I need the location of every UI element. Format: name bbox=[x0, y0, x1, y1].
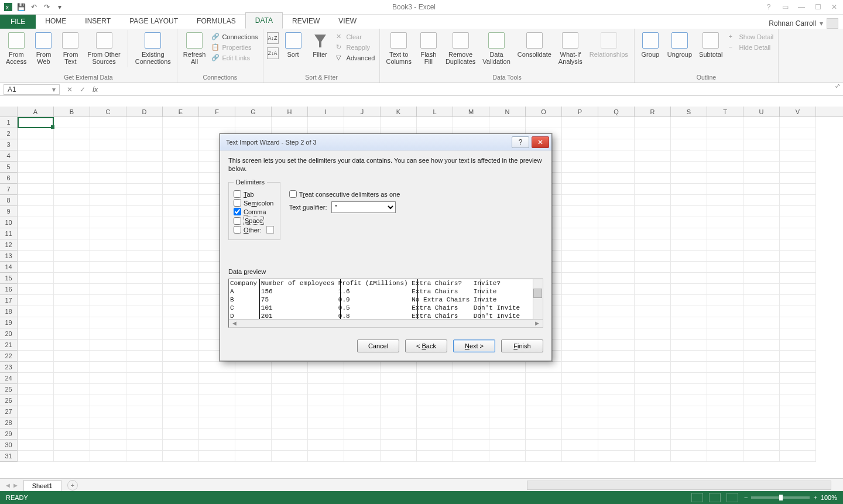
cell[interactable] bbox=[598, 306, 635, 317]
cell[interactable] bbox=[54, 373, 90, 384]
cell[interactable] bbox=[671, 195, 707, 206]
cell[interactable] bbox=[743, 239, 780, 251]
cell[interactable] bbox=[780, 395, 816, 406]
cell[interactable] bbox=[163, 317, 199, 328]
cell[interactable] bbox=[635, 373, 671, 384]
cell[interactable] bbox=[54, 251, 90, 262]
cell[interactable] bbox=[54, 340, 90, 351]
cell[interactable] bbox=[126, 239, 163, 251]
cell[interactable] bbox=[743, 195, 780, 206]
cell[interactable] bbox=[671, 128, 707, 139]
cell[interactable] bbox=[671, 340, 707, 351]
cell[interactable] bbox=[743, 317, 780, 328]
cell[interactable] bbox=[126, 340, 163, 351]
cell[interactable] bbox=[90, 295, 126, 306]
cell[interactable] bbox=[344, 406, 381, 417]
cell[interactable] bbox=[417, 417, 453, 428]
cell[interactable] bbox=[417, 440, 453, 451]
cell[interactable] bbox=[163, 295, 199, 306]
cell[interactable] bbox=[272, 395, 308, 406]
cell[interactable] bbox=[163, 306, 199, 317]
cell[interactable] bbox=[417, 373, 453, 384]
cell[interactable] bbox=[199, 428, 235, 440]
cell[interactable] bbox=[163, 139, 199, 150]
row-header[interactable]: 5 bbox=[0, 162, 18, 173]
cell[interactable] bbox=[18, 139, 54, 150]
cell[interactable] bbox=[453, 395, 489, 406]
column-header[interactable]: Q bbox=[598, 107, 635, 116]
cell[interactable] bbox=[562, 228, 598, 239]
cell[interactable] bbox=[126, 228, 163, 239]
cell[interactable] bbox=[780, 206, 816, 217]
cell[interactable] bbox=[381, 373, 417, 384]
cell[interactable] bbox=[235, 117, 272, 128]
cell[interactable] bbox=[707, 373, 743, 384]
cell[interactable] bbox=[90, 195, 126, 206]
cell[interactable] bbox=[126, 251, 163, 262]
cell[interactable] bbox=[417, 451, 453, 462]
cell[interactable] bbox=[90, 417, 126, 428]
row-header[interactable]: 7 bbox=[0, 184, 18, 195]
row-header[interactable]: 2 bbox=[0, 128, 18, 139]
cell[interactable] bbox=[126, 262, 163, 273]
cell[interactable] bbox=[743, 451, 780, 462]
row-header[interactable]: 25 bbox=[0, 384, 18, 395]
cell[interactable] bbox=[598, 295, 635, 306]
cell[interactable] bbox=[780, 139, 816, 150]
cell[interactable] bbox=[743, 406, 780, 417]
tab-review[interactable]: REVIEW bbox=[283, 13, 329, 29]
cell[interactable] bbox=[126, 217, 163, 228]
cell[interactable] bbox=[54, 440, 90, 451]
cell[interactable] bbox=[54, 395, 90, 406]
cell[interactable] bbox=[126, 195, 163, 206]
cell[interactable] bbox=[743, 162, 780, 173]
cell[interactable] bbox=[381, 417, 417, 428]
cell[interactable] bbox=[126, 351, 163, 362]
cell[interactable] bbox=[199, 451, 235, 462]
cell[interactable] bbox=[90, 150, 126, 162]
cell[interactable] bbox=[707, 117, 743, 128]
cell[interactable] bbox=[743, 150, 780, 162]
dialog-close-button[interactable]: ✕ bbox=[532, 136, 549, 148]
cell[interactable] bbox=[163, 228, 199, 239]
cell[interactable] bbox=[126, 295, 163, 306]
cell[interactable] bbox=[635, 173, 671, 184]
cell[interactable] bbox=[308, 117, 344, 128]
cell[interactable] bbox=[90, 328, 126, 340]
cell[interactable] bbox=[598, 162, 635, 173]
cell[interactable] bbox=[780, 362, 816, 373]
text-qualifier-select[interactable]: " bbox=[331, 201, 396, 213]
cell[interactable] bbox=[18, 184, 54, 195]
column-header[interactable]: A bbox=[18, 107, 54, 116]
cell[interactable] bbox=[707, 351, 743, 362]
row-header[interactable]: 1 bbox=[0, 117, 18, 128]
row-header[interactable]: 21 bbox=[0, 340, 18, 351]
help-icon[interactable]: ? bbox=[763, 3, 774, 11]
cell[interactable] bbox=[344, 117, 381, 128]
cell[interactable] bbox=[598, 150, 635, 162]
cell[interactable] bbox=[562, 362, 598, 373]
cell[interactable] bbox=[90, 451, 126, 462]
cell[interactable] bbox=[743, 173, 780, 184]
cell[interactable] bbox=[235, 384, 272, 395]
dialog-titlebar[interactable]: Text Import Wizard - Step 2 of 3 ? ✕ bbox=[220, 134, 551, 150]
cell[interactable] bbox=[671, 406, 707, 417]
cell[interactable] bbox=[235, 362, 272, 373]
finish-button[interactable]: Finish bbox=[501, 340, 543, 352]
cell[interactable] bbox=[54, 351, 90, 362]
cell[interactable] bbox=[126, 128, 163, 139]
cell[interactable] bbox=[780, 340, 816, 351]
cell[interactable] bbox=[235, 440, 272, 451]
view-pagebreak-icon[interactable] bbox=[727, 493, 738, 502]
cell[interactable] bbox=[126, 451, 163, 462]
cell[interactable] bbox=[54, 217, 90, 228]
row-header[interactable]: 6 bbox=[0, 173, 18, 184]
cell[interactable] bbox=[526, 428, 562, 440]
cell[interactable] bbox=[126, 317, 163, 328]
cell[interactable] bbox=[18, 239, 54, 251]
cell[interactable] bbox=[489, 428, 526, 440]
cell[interactable] bbox=[54, 273, 90, 284]
cell[interactable] bbox=[489, 440, 526, 451]
column-header[interactable]: B bbox=[54, 107, 90, 116]
cell[interactable] bbox=[54, 384, 90, 395]
